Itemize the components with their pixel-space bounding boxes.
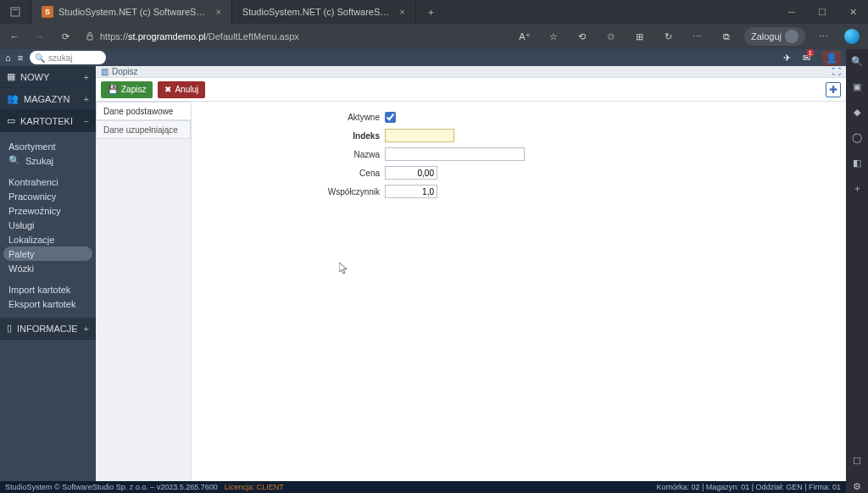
app-search[interactable]: 🔍 szukaj bbox=[30, 51, 106, 64]
form-tab-uzupelniajace[interactable]: Dane uzupełniające bbox=[96, 120, 191, 139]
sidebar-item-szukaj[interactable]: 🔍Szukaj bbox=[0, 153, 96, 168]
save-button[interactable]: 💾 Zapisz bbox=[101, 81, 153, 98]
edge-search-icon[interactable]: 🔍 bbox=[850, 54, 864, 68]
cancel-icon: ✖ bbox=[164, 85, 171, 94]
item-label: Asortyment bbox=[8, 141, 56, 152]
sidebar-item-eksport[interactable]: Eksport kartotek bbox=[0, 296, 96, 311]
form-tabs: Dane podstawowe Dane uzupełniające bbox=[96, 102, 192, 493]
app-page: ⌂ ≡ 🔍 szukaj ✈ ✉1 👤 ▦ NOWY + 👥 MAGAZYN +… bbox=[0, 49, 846, 493]
save-icon: 💾 bbox=[108, 85, 118, 94]
login-label: Zaloguj bbox=[751, 31, 782, 42]
item-label: Usługi bbox=[8, 220, 35, 230]
cat-label: MAGAZYN bbox=[24, 94, 70, 104]
sidebar-item-kontrahenci[interactable]: Kontrahenci bbox=[0, 174, 96, 189]
left-sidebar: ▦ NOWY + 👥 MAGAZYN + ▭ KARTOTEKI − Asort… bbox=[0, 66, 96, 493]
page-close-icon[interactable]: ⛶ bbox=[832, 67, 841, 76]
sidebar-cat-informacje[interactable]: ▯ INFORMACJE + bbox=[0, 318, 96, 340]
user-icon[interactable]: 👤 bbox=[822, 51, 841, 65]
browser-tab-1[interactable]: StudioSystem.NET (c) SoftwareS… × bbox=[232, 0, 416, 24]
sidebar-cat-nowy[interactable]: ▦ NOWY + bbox=[0, 66, 96, 88]
add-page-button[interactable]: ✚ bbox=[826, 82, 841, 97]
sidebar-item-przewoznicy[interactable]: Przewoźnicy bbox=[0, 203, 96, 218]
close-tab-icon[interactable]: × bbox=[399, 7, 404, 17]
sidebar-item-wozki[interactable]: Wózki bbox=[0, 261, 96, 275]
status-footer: StudioSystem © SoftwareStudio Sp. z o.o.… bbox=[0, 481, 846, 493]
edge-tools-icon[interactable]: ◆ bbox=[850, 105, 864, 119]
url-prefix: https:// bbox=[100, 31, 128, 42]
nav-reload[interactable]: ⟳ bbox=[56, 27, 75, 46]
star-icon[interactable]: ☆ bbox=[542, 27, 565, 46]
app-bar: ⌂ ≡ 🔍 szukaj ✈ ✉1 👤 bbox=[0, 49, 846, 66]
item-label: Lokalizacje bbox=[8, 235, 54, 245]
checkbox-aktywne[interactable] bbox=[385, 112, 396, 123]
form-wrapper: Dane podstawowe Dane uzupełniające Aktyw… bbox=[96, 102, 846, 493]
bing-icon[interactable] bbox=[841, 27, 863, 46]
cat-label: KARTOTEKI bbox=[20, 116, 73, 126]
page-icon: ▥ bbox=[101, 67, 108, 76]
tabs-icon bbox=[10, 7, 20, 17]
window-minimize[interactable]: ─ bbox=[776, 0, 807, 24]
nav-back[interactable]: ← bbox=[5, 27, 24, 46]
performance-icon[interactable]: ⧉ bbox=[715, 27, 737, 46]
sidebar-item-pracownicy[interactable]: Pracownicy bbox=[0, 189, 96, 203]
item-label: Przewoźnicy bbox=[8, 206, 61, 216]
item-label: Pracownicy bbox=[8, 191, 56, 202]
avatar-icon bbox=[785, 30, 798, 43]
label-aktywne: Aktywne bbox=[192, 113, 385, 122]
item-label: Import kartotek bbox=[8, 285, 70, 295]
sidebar-item-asortyment[interactable]: Asortyment bbox=[0, 139, 96, 153]
footer-copyright: StudioSystem © SoftwareStudio Sp. z o.o.… bbox=[5, 483, 218, 491]
menu-icon[interactable]: ⋯ bbox=[812, 27, 834, 46]
page-title-bar: ▥ Dopisz ⛶ bbox=[96, 66, 846, 78]
sync-icon[interactable]: ⟲ bbox=[571, 27, 593, 46]
home-icon[interactable]: ⌂ bbox=[5, 53, 11, 63]
plane-icon[interactable]: ✈ bbox=[783, 53, 791, 64]
svg-rect-0 bbox=[11, 8, 19, 16]
svg-rect-1 bbox=[13, 9, 18, 10]
expand-icon: + bbox=[84, 324, 89, 334]
favicon-icon: S bbox=[42, 6, 53, 18]
read-aloud-icon[interactable]: A⁺ bbox=[514, 27, 536, 46]
extensions-icon[interactable]: ⋯ bbox=[687, 27, 709, 46]
expand-icon: + bbox=[84, 72, 89, 82]
address-bar[interactable]: https://st.programdemo.pl/DefaultLeftMen… bbox=[81, 27, 387, 46]
window-close[interactable]: ✕ bbox=[837, 0, 868, 24]
login-chip[interactable]: Zaloguj bbox=[744, 27, 805, 46]
edge-shopping-icon[interactable]: ▣ bbox=[850, 80, 864, 93]
input-cena[interactable] bbox=[385, 166, 437, 180]
sidebar-item-lokalizacje[interactable]: Lokalizacje bbox=[0, 232, 96, 246]
collections-icon[interactable]: ⊞ bbox=[629, 27, 651, 46]
sidebar-item-uslugi[interactable]: Usługi bbox=[0, 218, 96, 232]
edge-settings-icon[interactable]: ⚙ bbox=[850, 479, 864, 493]
sidebar-item-palety[interactable]: Palety bbox=[3, 246, 92, 261]
edge-office-icon[interactable]: ◧ bbox=[850, 156, 864, 169]
plus-icon: ▦ bbox=[7, 71, 15, 82]
input-nazwa[interactable] bbox=[385, 147, 525, 161]
sidebar-cat-magazyn[interactable]: 👥 MAGAZYN + bbox=[0, 88, 96, 110]
window-maximize[interactable]: ☐ bbox=[807, 0, 837, 24]
browser-tab-0[interactable]: S StudioSystem.NET (c) SoftwareS… × bbox=[31, 0, 232, 24]
sidebar-item-import[interactable]: Import kartotek bbox=[0, 282, 96, 296]
edge-plus-icon[interactable]: ＋ bbox=[850, 181, 864, 195]
input-indeks[interactable] bbox=[385, 129, 454, 142]
edge-games-icon[interactable]: ◯ bbox=[850, 130, 864, 144]
mail-icon[interactable]: ✉1 bbox=[803, 53, 810, 64]
edge-inbox-icon[interactable]: ☐ bbox=[850, 454, 864, 468]
form-tab-podstawowe[interactable]: Dane podstawowe bbox=[96, 102, 191, 120]
label-wsp: Współczynnik bbox=[192, 187, 385, 197]
cat-label: INFORMACJE bbox=[17, 324, 78, 334]
titlebar-menu[interactable] bbox=[0, 0, 31, 24]
close-tab-icon[interactable]: × bbox=[215, 7, 220, 17]
input-wsp[interactable] bbox=[385, 185, 437, 198]
save-label: Zapisz bbox=[121, 85, 146, 94]
new-tab[interactable]: ＋ bbox=[416, 0, 446, 24]
favorites-icon[interactable]: ✩ bbox=[600, 27, 622, 46]
folder-icon: ▭ bbox=[7, 115, 15, 126]
nav-forward[interactable]: → bbox=[31, 27, 49, 46]
sidebar-cat-kartoteki[interactable]: ▭ KARTOTEKI − bbox=[0, 110, 96, 132]
history-icon[interactable]: ↻ bbox=[658, 27, 680, 46]
cancel-button[interactable]: ✖ Anuluj bbox=[158, 81, 205, 98]
url-path: /DefaultLeftMenu.aspx bbox=[206, 31, 299, 42]
list-icon[interactable]: ≡ bbox=[18, 53, 23, 63]
search-icon: 🔍 bbox=[35, 53, 45, 63]
